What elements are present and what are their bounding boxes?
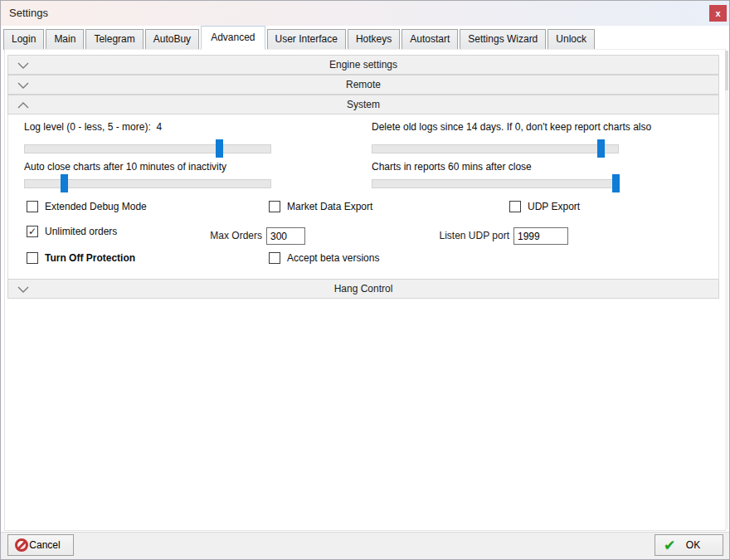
section-title: Remote [346, 79, 381, 90]
extended-debug-mode-row: Extended Debug Mode [27, 201, 147, 212]
charts-in-reports-label: Charts in reports 60 mins after close [372, 161, 532, 173]
unlimited-orders-checkbox[interactable]: ✓ [27, 226, 38, 237]
max-orders-label: Max Orders [186, 230, 262, 241]
section-title: Engine settings [329, 59, 397, 71]
accept-beta-versions-checkbox[interactable] [269, 252, 280, 264]
charts-in-reports-slider[interactable] [372, 174, 619, 192]
tab-autobuy[interactable]: AutoBuy [145, 29, 199, 50]
tab-user-interface[interactable]: User Interface [267, 29, 346, 50]
log-level-slider[interactable] [24, 139, 271, 158]
slider-thumb[interactable] [61, 174, 68, 192]
section-system[interactable]: System [7, 95, 719, 114]
checkbox-label: Unlimited orders [45, 226, 117, 237]
log-level-label: Log level (0 - less, 5 - more): 4 [24, 121, 162, 133]
accept-beta-versions-row: Accept beta versions [269, 252, 379, 264]
turn-off-protection-checkbox[interactable] [27, 252, 38, 264]
section-hang-control[interactable]: Hang Control [7, 279, 719, 299]
slider-track [24, 144, 271, 153]
vertical-scrollbar[interactable] [725, 51, 728, 529]
cancel-icon [15, 538, 28, 552]
ok-button[interactable]: ✔ OK [655, 534, 723, 556]
cancel-button[interactable]: Cancel [7, 534, 74, 556]
checkbox-label: Market Data Export [287, 201, 372, 212]
title-bar: Settings x [1, 1, 729, 26]
tab-main[interactable]: Main [46, 29, 84, 50]
turn-off-protection-row: Turn Off Protection [27, 252, 135, 264]
market-data-export-row: Market Data Export [269, 201, 372, 212]
udp-export-checkbox[interactable] [509, 201, 521, 212]
slider-thumb[interactable] [597, 139, 605, 158]
udp-export-row: UDP Export [509, 201, 580, 212]
ok-button-label: OK [678, 535, 700, 555]
close-icon: x [715, 8, 720, 18]
max-orders-input[interactable] [266, 227, 305, 245]
section-title: System [347, 99, 380, 110]
tab-settings-wizard[interactable]: Settings Wizard [460, 29, 546, 50]
tab-strip: Login Main Telegram AutoBuy Advanced Use… [3, 26, 596, 50]
slider-thumb[interactable] [612, 174, 620, 192]
close-button[interactable]: x [709, 5, 727, 22]
slider-thumb[interactable] [216, 139, 223, 158]
checkmark-icon: ✔ [664, 536, 675, 556]
market-data-export-checkbox[interactable] [269, 201, 280, 212]
scrollbar-thumb[interactable] [725, 51, 728, 90]
tab-hotkeys[interactable]: Hotkeys [348, 29, 400, 50]
tab-login[interactable]: Login [3, 29, 44, 50]
checkbox-label: Accept beta versions [287, 252, 379, 264]
advanced-tab-page: Engine settings Remote System Log level … [4, 49, 726, 531]
section-remote[interactable]: Remote [7, 75, 719, 95]
settings-window: Settings x Login Main Telegram AutoBuy A… [0, 0, 730, 560]
tab-telegram[interactable]: Telegram [85, 29, 143, 50]
chevron-down-icon [17, 61, 29, 69]
footer-bar: Cancel ✔ OK [1, 532, 729, 559]
checkbox-label: UDP Export [528, 201, 580, 212]
section-engine-settings[interactable]: Engine settings [7, 55, 719, 75]
tab-unlock[interactable]: Unlock [548, 29, 595, 50]
chevron-up-icon [17, 101, 29, 109]
delete-old-logs-label: Delete old logs since 14 days. If 0, don… [372, 121, 651, 133]
section-title: Hang Control [334, 283, 393, 295]
listen-udp-port-label: Listen UDP port [431, 230, 509, 241]
checkbox-label: Extended Debug Mode [45, 201, 147, 212]
extended-debug-mode-checkbox[interactable] [27, 201, 38, 212]
slider-track [372, 144, 619, 153]
check-icon: ✓ [28, 226, 36, 237]
auto-close-charts-label: Auto close charts after 10 minutes of in… [24, 161, 226, 173]
tab-advanced[interactable]: Advanced [201, 26, 265, 50]
slider-track [372, 179, 619, 188]
window-title: Settings [9, 7, 48, 19]
unlimited-orders-row: ✓ Unlimited orders [27, 226, 117, 237]
listen-udp-port-input[interactable] [513, 227, 568, 245]
auto-close-charts-slider[interactable] [24, 174, 271, 192]
system-panel: Log level (0 - less, 5 - more): 4 Auto c… [7, 114, 719, 279]
checkbox-label: Turn Off Protection [45, 252, 135, 264]
tab-autostart[interactable]: Autostart [402, 29, 458, 50]
chevron-down-icon [17, 81, 29, 89]
delete-old-logs-slider[interactable] [372, 139, 619, 158]
chevron-down-icon [17, 285, 29, 293]
